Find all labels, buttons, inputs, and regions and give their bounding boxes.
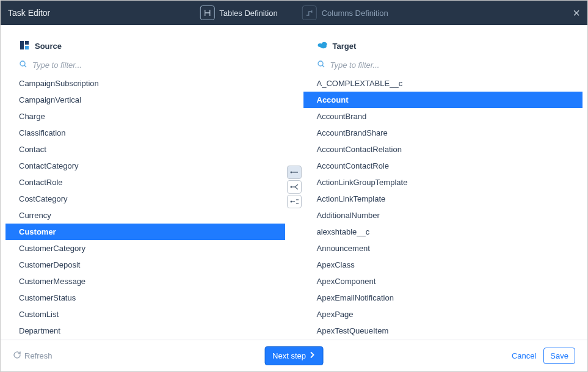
list-item[interactable]: ApexClass bbox=[303, 257, 583, 273]
list-item[interactable]: ApexPage bbox=[303, 306, 583, 323]
search-icon bbox=[317, 60, 325, 70]
header-tabs: Tables Definition Columns Definition bbox=[200, 5, 388, 20]
list-item[interactable]: AdditionalNumber bbox=[303, 207, 583, 224]
save-button[interactable]: Save bbox=[543, 348, 575, 364]
list-item[interactable]: CustomList bbox=[5, 306, 285, 323]
columns-icon bbox=[302, 5, 317, 20]
svg-point-5 bbox=[290, 171, 292, 173]
svg-rect-0 bbox=[20, 41, 24, 49]
target-list[interactable]: A_COMPLEXTABLE__cAccountAccountBrandAcco… bbox=[303, 75, 583, 337]
svg-rect-2 bbox=[25, 46, 29, 49]
cancel-button[interactable]: Cancel bbox=[512, 351, 536, 360]
search-icon bbox=[19, 60, 27, 70]
list-item[interactable]: AccountContactRole bbox=[303, 158, 583, 174]
close-icon[interactable]: × bbox=[573, 7, 580, 19]
link-controls bbox=[285, 36, 303, 337]
list-item[interactable]: ApexTestQueueItem bbox=[303, 323, 583, 337]
chevron-right-icon bbox=[310, 351, 316, 360]
target-search-row bbox=[303, 56, 583, 75]
list-item[interactable]: Announcement bbox=[303, 240, 583, 257]
next-step-button[interactable]: Next step bbox=[264, 346, 324, 365]
tables-icon bbox=[200, 5, 214, 20]
tab-columns-definition[interactable]: Columns Definition bbox=[302, 5, 388, 20]
list-item[interactable]: Classification bbox=[5, 125, 285, 141]
refresh-button[interactable]: Refresh bbox=[13, 351, 53, 361]
modal-title: Task Editor bbox=[8, 8, 50, 18]
list-item[interactable]: CustomerStatus bbox=[5, 290, 285, 306]
svg-rect-1 bbox=[25, 41, 29, 45]
source-filter-input[interactable] bbox=[32, 60, 272, 70]
modal-body: Source CampaignSubscriptionCampaignVerti… bbox=[1, 25, 587, 340]
svg-point-17 bbox=[320, 45, 327, 48]
list-item[interactable]: ApexEmailNotification bbox=[303, 290, 583, 306]
svg-point-7 bbox=[290, 186, 292, 188]
list-item[interactable]: Account bbox=[303, 92, 583, 108]
list-item[interactable]: CustomerCategory bbox=[5, 240, 285, 257]
list-item[interactable]: AccountBrandShare bbox=[303, 125, 583, 141]
list-item[interactable]: ContactRole bbox=[5, 174, 285, 191]
list-item[interactable]: Charge bbox=[5, 108, 285, 125]
list-item[interactable]: CustomerDeposit bbox=[5, 257, 285, 273]
svg-point-11 bbox=[290, 200, 292, 202]
svg-line-10 bbox=[295, 187, 298, 189]
list-item[interactable]: alexshtable__c bbox=[303, 224, 583, 240]
link-auto-button[interactable] bbox=[287, 180, 302, 194]
svg-point-3 bbox=[20, 61, 25, 66]
footer-right: Cancel Save bbox=[512, 348, 575, 364]
list-item[interactable]: Department bbox=[5, 323, 285, 337]
list-item[interactable]: Customer bbox=[5, 224, 285, 240]
source-icon bbox=[19, 40, 30, 53]
list-item[interactable]: CustomerMessage bbox=[5, 273, 285, 290]
source-header: Source bbox=[5, 36, 285, 56]
source-list[interactable]: CampaignSubscriptionCampaignVerticalChar… bbox=[5, 75, 285, 337]
target-panel: Target A_COMPLEXTABLE__cAccountAccountBr… bbox=[303, 36, 583, 337]
modal-footer: Refresh Next step Cancel Save bbox=[1, 340, 587, 371]
target-header: Target bbox=[303, 36, 583, 56]
target-filter-input[interactable] bbox=[330, 60, 570, 70]
modal-header: Task Editor Tables Definition Columns De… bbox=[1, 1, 587, 25]
next-step-label: Next step bbox=[272, 351, 306, 360]
target-icon bbox=[317, 40, 328, 53]
list-item[interactable]: CostCategory bbox=[5, 191, 285, 207]
refresh-icon bbox=[13, 351, 21, 361]
list-item[interactable]: ActionLinkTemplate bbox=[303, 191, 583, 207]
list-item[interactable]: CampaignSubscription bbox=[5, 75, 285, 92]
source-title: Source bbox=[35, 42, 62, 51]
list-item[interactable]: CampaignVertical bbox=[5, 92, 285, 108]
tab-tables-definition[interactable]: Tables Definition bbox=[200, 5, 277, 20]
unlink-button[interactable] bbox=[287, 195, 302, 208]
list-item[interactable]: Currency bbox=[5, 207, 285, 224]
list-item[interactable]: Contact bbox=[5, 141, 285, 158]
list-item[interactable]: ContactCategory bbox=[5, 158, 285, 174]
svg-point-18 bbox=[318, 61, 323, 66]
svg-line-19 bbox=[322, 65, 324, 67]
list-item[interactable]: A_COMPLEXTABLE__c bbox=[303, 75, 583, 92]
source-search-row bbox=[5, 56, 285, 75]
tab-label: Columns Definition bbox=[322, 9, 388, 18]
svg-line-9 bbox=[295, 184, 298, 187]
list-item[interactable]: ApexComponent bbox=[303, 273, 583, 290]
list-item[interactable]: AccountBrand bbox=[303, 108, 583, 125]
link-single-button[interactable] bbox=[287, 166, 302, 179]
svg-line-4 bbox=[24, 65, 26, 67]
refresh-label: Refresh bbox=[24, 351, 53, 360]
list-item[interactable]: AccountContactRelation bbox=[303, 141, 583, 158]
tab-label: Tables Definition bbox=[219, 9, 277, 18]
source-panel: Source CampaignSubscriptionCampaignVerti… bbox=[5, 36, 285, 337]
target-title: Target bbox=[333, 42, 357, 51]
task-editor-modal: Task Editor Tables Definition Columns De… bbox=[0, 0, 588, 372]
list-item[interactable]: ActionLinkGroupTemplate bbox=[303, 174, 583, 191]
